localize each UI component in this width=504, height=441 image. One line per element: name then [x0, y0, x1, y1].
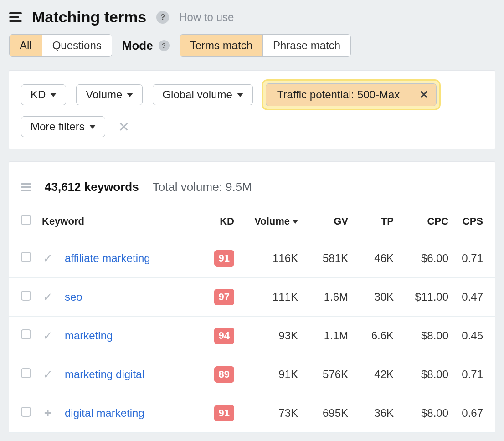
tab-terms-match[interactable]: Terms match	[180, 35, 262, 56]
keyword-link[interactable]: seo	[65, 291, 82, 303]
cell-cpc: $8.00	[399, 355, 454, 394]
cell-gv: 1.1M	[303, 317, 354, 355]
cell-gv: 581K	[303, 239, 354, 278]
keyword-link[interactable]: marketing digital	[65, 368, 144, 380]
row-checkbox[interactable]	[21, 407, 31, 417]
cell-cpc: $8.00	[399, 317, 454, 355]
kd-badge: 94	[214, 328, 234, 344]
cell-tp: 46K	[354, 239, 399, 278]
cell-gv: 576K	[303, 355, 354, 394]
row-status[interactable]: ✓	[36, 278, 59, 317]
filter-kd[interactable]: KD	[21, 84, 66, 105]
cell-volume: 111K	[240, 278, 303, 317]
cell-cpc: $6.00	[399, 239, 454, 278]
table-row: ✓marketing digital8991K576K42K$8.000.71	[9, 355, 495, 394]
cell-gv: 695K	[303, 394, 354, 433]
cell-tp: 36K	[354, 394, 399, 433]
row-checkbox[interactable]	[21, 368, 31, 378]
keywords-table: Keyword KD Volume GV TP CPC CPS ✓affilia…	[9, 208, 495, 433]
cell-volume: 91K	[240, 355, 303, 394]
table-row: +digital marketing9173K695K36K$8.000.67	[9, 394, 495, 433]
cell-tp: 42K	[354, 355, 399, 394]
sort-desc-icon	[293, 220, 298, 224]
tab-phrase-match[interactable]: Phrase match	[262, 35, 350, 56]
table-row: ✓seo97111K1.6M30K$11.000.47	[9, 278, 495, 317]
page-title: Matching terms	[32, 8, 146, 26]
mode-toggle: Terms match Phrase match	[180, 34, 351, 57]
how-to-use-link[interactable]: How to use	[179, 11, 234, 24]
view-toggle: All Questions	[9, 34, 112, 57]
tab-all[interactable]: All	[10, 35, 42, 56]
filter-more[interactable]: More filters	[21, 116, 105, 137]
kd-badge: 97	[214, 289, 234, 305]
cell-cpc: $11.00	[399, 278, 454, 317]
chevron-down-icon	[237, 93, 243, 97]
cell-tp: 6.6K	[354, 317, 399, 355]
cell-volume: 116K	[240, 239, 303, 278]
cell-cps: 0.67	[454, 394, 495, 433]
list-options-icon[interactable]	[21, 183, 31, 191]
chevron-down-icon	[50, 93, 57, 97]
row-checkbox[interactable]	[21, 291, 31, 301]
col-gv[interactable]: GV	[303, 208, 354, 239]
cell-cps: 0.71	[454, 355, 495, 394]
plus-icon: +	[44, 406, 51, 420]
clear-filters[interactable]: ✕	[115, 119, 132, 135]
col-cps[interactable]: CPS	[454, 208, 495, 239]
cell-cpc: $8.00	[399, 394, 454, 433]
keyword-link[interactable]: digital marketing	[65, 407, 144, 419]
cell-tp: 30K	[354, 278, 399, 317]
help-icon[interactable]: ?	[159, 40, 170, 51]
filter-volume[interactable]: Volume	[76, 84, 143, 105]
row-status[interactable]: ✓	[36, 239, 59, 278]
col-cpc[interactable]: CPC	[399, 208, 454, 239]
row-checkbox[interactable]	[21, 329, 31, 339]
results-panel: 43,612 keywords Total volume: 9.5M Keywo…	[9, 162, 495, 433]
row-status[interactable]: ✓	[36, 355, 59, 394]
check-icon: ✓	[43, 368, 53, 381]
chevron-down-icon	[89, 125, 96, 129]
menu-icon[interactable]	[9, 12, 22, 22]
cell-cps: 0.71	[454, 239, 495, 278]
col-keyword[interactable]: Keyword	[36, 208, 203, 239]
filter-traffic-potential-remove[interactable]: ✕	[411, 84, 436, 106]
help-icon[interactable]: ?	[156, 11, 169, 24]
col-kd[interactable]: KD	[203, 208, 240, 239]
filter-panel: KD Volume Global volume Traffic potentia…	[9, 71, 495, 149]
filter-global-volume[interactable]: Global volume	[153, 84, 252, 105]
table-row: ✓affiliate marketing91116K581K46K$6.000.…	[9, 239, 495, 278]
total-volume: Total volume: 9.5M	[153, 180, 252, 194]
filter-traffic-potential[interactable]: Traffic potential: 500-Max	[266, 84, 411, 106]
kd-badge: 89	[214, 366, 234, 383]
cell-volume: 73K	[240, 394, 303, 433]
cell-volume: 93K	[240, 317, 303, 355]
tab-questions[interactable]: Questions	[42, 35, 112, 56]
cell-cps: 0.45	[454, 317, 495, 355]
row-status[interactable]: +	[36, 394, 59, 433]
select-all-checkbox[interactable]	[21, 215, 31, 225]
check-icon: ✓	[43, 329, 53, 343]
row-checkbox[interactable]	[21, 252, 31, 262]
keyword-count: 43,612 keywords	[45, 180, 139, 194]
col-volume[interactable]: Volume	[240, 208, 303, 239]
mode-label: Mode ?	[122, 39, 170, 53]
cell-cps: 0.47	[454, 278, 495, 317]
filter-traffic-potential-highlight: Traffic potential: 500-Max ✕	[263, 81, 439, 109]
kd-badge: 91	[214, 405, 234, 421]
col-tp[interactable]: TP	[354, 208, 399, 239]
check-icon: ✓	[43, 251, 53, 265]
chevron-down-icon	[127, 93, 133, 97]
close-icon: ✕	[419, 88, 428, 101]
cell-gv: 1.6M	[303, 278, 354, 317]
table-row: ✓marketing9493K1.1M6.6K$8.000.45	[9, 317, 495, 355]
check-icon: ✓	[43, 290, 53, 304]
kd-badge: 91	[214, 250, 234, 267]
keyword-link[interactable]: marketing	[65, 329, 113, 342]
keyword-link[interactable]: affiliate marketing	[65, 252, 150, 264]
row-status[interactable]: ✓	[36, 317, 59, 355]
